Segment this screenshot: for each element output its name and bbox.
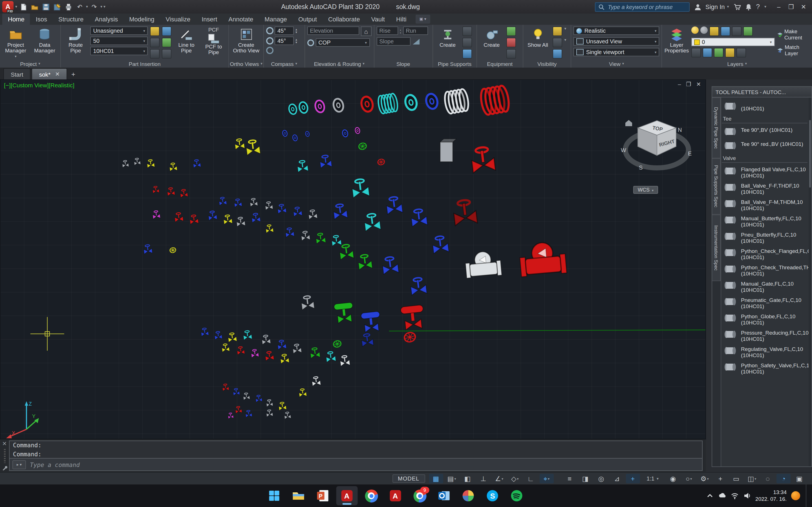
model[interactable]	[400, 305, 425, 330]
layer-thaw-icon[interactable]	[702, 48, 712, 57]
object-snap-tracking-button[interactable]: ∟	[523, 474, 538, 483]
panel-label-layers[interactable]: Layers▾	[662, 60, 812, 68]
palette-item[interactable]: Pressure_Reducing,FL,C,10 (10HC01)	[722, 327, 808, 344]
profile-icon[interactable]	[694, 3, 702, 10]
snap-mode-button[interactable]: ▤▾	[445, 474, 459, 483]
model[interactable]	[312, 376, 320, 386]
drawing-close-icon[interactable]: ✕	[696, 81, 701, 87]
model[interactable]	[237, 346, 245, 355]
model[interactable]	[255, 395, 262, 402]
model[interactable]	[152, 210, 160, 219]
detach-support-icon[interactable]	[462, 38, 472, 47]
drawing-minimize-icon[interactable]: –	[678, 81, 681, 87]
palette-item[interactable]: Ball_Valve_F-F,THDF,10 (10HC01)	[722, 180, 808, 196]
ribbon-tab-vault[interactable]: Vault	[365, 13, 391, 25]
show-desktop-button[interactable]	[806, 485, 809, 507]
layer-freeze-vp-icon[interactable]	[743, 26, 753, 36]
palette-item[interactable]: Manual_Gate,FL,C,10 (10HC01)	[722, 278, 808, 295]
panel-label-pipe-supports[interactable]: Pipe Supports	[433, 60, 476, 68]
model[interactable]	[134, 158, 140, 165]
model[interactable]	[265, 202, 273, 210]
current-layer-select[interactable]: 0▾	[691, 38, 774, 46]
model[interactable]	[251, 349, 259, 357]
palette-group-valve[interactable]: Valve	[722, 153, 808, 163]
create-support-button[interactable]: Create	[435, 26, 460, 48]
model-space-canvas[interactable]: Z X Y	[1, 80, 705, 439]
model[interactable]	[305, 131, 310, 137]
model[interactable]	[334, 302, 354, 323]
help-search-box[interactable]	[595, 2, 690, 11]
model[interactable]	[228, 332, 237, 342]
model[interactable]	[361, 311, 382, 332]
palette-item[interactable]: (10HC01)	[722, 99, 808, 113]
model[interactable]	[440, 139, 456, 162]
viewcube-home-icon[interactable]	[625, 120, 632, 126]
ribbon-tab-collaborate[interactable]: Collaborate	[322, 13, 366, 25]
model[interactable]	[266, 399, 273, 407]
model[interactable]	[245, 410, 252, 417]
wcs-button[interactable]: WCS▾	[633, 186, 658, 194]
model[interactable]	[234, 138, 245, 149]
onedrive-cloud-icon[interactable]	[718, 492, 726, 500]
isolate-layer-icon[interactable]	[552, 49, 562, 59]
panel-label-compass[interactable]: Compass▾	[264, 60, 304, 68]
app-menu-chevron-icon[interactable]: ▾	[15, 4, 17, 9]
ribbon-tab-modeling[interactable]: Modeling	[123, 13, 160, 25]
help-chevron-icon[interactable]: ▾	[764, 4, 766, 9]
model[interactable]	[201, 328, 209, 336]
panel-label-view[interactable]: View▾	[571, 60, 662, 68]
model[interactable]	[246, 139, 260, 155]
close-tab-icon[interactable]: ✕	[55, 71, 60, 77]
route-pipe-button[interactable]: Route Pipe	[63, 26, 88, 54]
model[interactable]	[280, 354, 289, 363]
selection-cycling-button[interactable]: ◎	[594, 474, 608, 483]
model[interactable]	[169, 247, 176, 253]
model[interactable]	[326, 351, 336, 362]
substitute-part-icon[interactable]	[162, 38, 172, 47]
edit-part-icon[interactable]	[150, 38, 160, 47]
model[interactable]	[221, 343, 230, 352]
angle-b-stepper[interactable]: ▲▼	[295, 38, 298, 44]
palette-tab-instrumentation-spec[interactable]: Instrumentation Spec	[712, 215, 721, 281]
model[interactable]	[233, 388, 240, 395]
ribbon-tab-isos[interactable]: Isos	[30, 13, 53, 25]
match-layer-button[interactable]: Match Layer	[777, 44, 810, 56]
taskbar-app-spotify-icon[interactable]	[506, 486, 527, 505]
attach-equipment-icon[interactable]	[506, 26, 516, 36]
model[interactable]	[284, 412, 291, 419]
model[interactable]	[282, 130, 288, 137]
panel-label-visibility[interactable]: Visibility	[523, 60, 571, 68]
model[interactable]	[377, 158, 386, 166]
app-store-cart-icon[interactable]	[733, 3, 741, 10]
palette-item[interactable]: Python_Check_Flanged,FL,C,10 (10HC01)	[722, 245, 808, 262]
model[interactable]	[234, 199, 242, 207]
wifi-icon[interactable]	[730, 492, 739, 500]
compass-display-icon[interactable]	[266, 47, 273, 54]
taskbar-app-autocad-2-icon[interactable]: A	[385, 486, 406, 505]
ribbon-tab-annotate[interactable]: Annotate	[223, 13, 259, 25]
lock-ui-button[interactable]: ◫▾	[745, 474, 759, 483]
model[interactable]	[479, 85, 510, 115]
ribbon-tab-output[interactable]: Output	[293, 13, 322, 25]
model[interactable]	[288, 103, 297, 115]
compass-snap-icon[interactable]	[266, 37, 273, 45]
pipe-size-select[interactable]: 50▾	[91, 37, 148, 45]
compass-angle-a-input[interactable]: 45°	[274, 26, 294, 35]
model[interactable]	[235, 406, 242, 413]
model[interactable]	[278, 402, 286, 410]
model[interactable]	[465, 250, 502, 278]
drawing-viewport[interactable]: Z X Y [−][Custom View][Realistic] – ❐ ✕ …	[0, 79, 706, 439]
palette-item[interactable]: Pneumatic_Gate,FL,C,10 (10HC01)	[722, 295, 808, 311]
palette-scrollbar[interactable]	[809, 98, 811, 466]
viewcube[interactable]: W S E N TOP RIGHT	[620, 113, 694, 185]
model[interactable]	[444, 89, 470, 114]
command-options-icon[interactable]: ▸▾	[12, 460, 26, 469]
palette-item[interactable]: Tee 90° red.,BV (10HC01)	[722, 138, 808, 153]
ribbon-tab-manage[interactable]: Manage	[259, 13, 293, 25]
angle-a-stepper[interactable]: ▲▼	[295, 28, 298, 34]
model[interactable]	[180, 189, 188, 198]
palette-item[interactable]: Pneu_Butterfly,FL,C,10 (10HC01)	[722, 229, 808, 245]
ribbon-tab-insert[interactable]: Insert	[196, 13, 223, 25]
command-close-icon[interactable]: ✕	[2, 441, 7, 447]
model[interactable]	[174, 212, 183, 222]
